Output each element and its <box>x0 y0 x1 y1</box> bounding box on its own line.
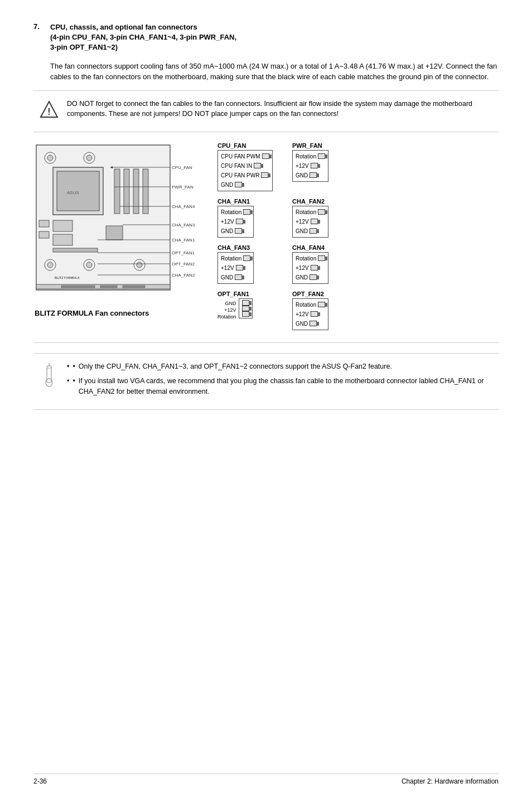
cpu-fan-title: CPU_FAN <box>217 142 279 149</box>
svg-rect-15 <box>53 234 72 245</box>
svg-rect-13 <box>143 169 148 214</box>
svg-rect-23 <box>53 248 98 252</box>
svg-rect-27 <box>123 286 145 288</box>
pin-box <box>242 311 249 317</box>
conn-row-2: CHA_FAN1 Rotation +12V GND CHA_FAN2 Rota… <box>217 198 499 238</box>
note-item-2: • If you install two VGA cards, we recom… <box>67 376 493 397</box>
note-item-1: • Only the CPU_FAN, CHA_FAN1~3, and OPT_… <box>67 361 493 372</box>
pin-box <box>309 228 317 234</box>
svg-text:CPU_FAN: CPU_FAN <box>172 165 192 170</box>
svg-text:OPT_FAN2: OPT_FAN2 <box>172 262 195 267</box>
cha-fan3-title: CHA_FAN3 <box>217 244 279 251</box>
cpu-fan-pins: CPU FAN PWM CPU FAN IN CPU FAN PWR <box>217 150 273 191</box>
diagram-left: ASUS <box>33 142 206 332</box>
pwr-fan-pins: Rotation +12V GND <box>292 150 328 182</box>
footer-chapter: Chapter 2: Hardware information <box>402 777 499 785</box>
conn-row-1: CPU_FAN CPU FAN PWM CPU FAN IN CPU FAN P… <box>217 142 499 191</box>
cha-fan3-connector: CHA_FAN3 Rotation +12V GND <box>217 244 279 284</box>
svg-rect-28 <box>39 220 49 227</box>
cpu-fan-pin-2: CPU FAN IN <box>221 161 269 171</box>
svg-rect-10 <box>114 169 120 214</box>
cha-fan1-pins: Rotation +12V GND <box>217 206 254 238</box>
note-box: • Only the CPU_FAN, CHA_FAN1~3, and OPT_… <box>33 353 499 410</box>
cpu-fan-connector: CPU_FAN CPU FAN PWM CPU FAN IN CPU FAN P… <box>217 142 279 191</box>
diagram-area: ASUS <box>33 142 499 343</box>
svg-text:CHA_FAN4: CHA_FAN4 <box>172 204 195 209</box>
svg-text:OPT_FAN1: OPT_FAN1 <box>172 250 195 255</box>
cha-fan1-title: CHA_FAN1 <box>217 198 279 205</box>
body-text: The fan connectors support cooling fans … <box>50 61 499 83</box>
pin-box <box>309 274 317 280</box>
opt-fan2-connector: OPT_FAN2 Rotation +12V GND <box>292 291 354 330</box>
note-list: • Only the CPU_FAN, CHA_FAN1~3, and OPT_… <box>67 361 493 402</box>
motherboard-diagram: ASUS <box>33 142 195 304</box>
svg-rect-16 <box>106 226 123 240</box>
pin-box <box>318 255 325 261</box>
svg-point-22 <box>137 262 142 268</box>
svg-rect-25 <box>61 286 95 288</box>
section-header: 7. CPU, chassis, and optional fan connec… <box>33 22 499 53</box>
svg-point-18 <box>47 262 53 268</box>
svg-rect-12 <box>133 169 139 214</box>
warning-box: ! DO NOT forget to connect the fan cable… <box>33 90 499 132</box>
pwr-fan-pin-3: GND <box>296 171 325 180</box>
pin-box <box>311 311 318 317</box>
pin-box <box>254 163 261 168</box>
pwr-fan-connector: PWR_FAN Rotation +12V GND <box>292 142 354 191</box>
pin-box <box>242 300 249 306</box>
cha-fan4-pins: Rotation +12V GND <box>292 252 328 284</box>
svg-text:BLITZ FORMULA: BLITZ FORMULA <box>55 276 80 279</box>
pwr-fan-title: PWR_FAN <box>292 142 354 149</box>
cha-fan2-title: CHA_FAN2 <box>292 198 354 205</box>
pin-box <box>311 163 318 168</box>
diagram-label: BLITZ FORMULA Fan connectors <box>35 309 206 317</box>
pin-box <box>318 302 325 307</box>
pin-box <box>318 153 325 159</box>
pin-box <box>311 219 318 224</box>
warning-text: DO NOT forget to connect the fan cables … <box>67 99 493 120</box>
svg-rect-2 <box>36 145 170 290</box>
pin-box <box>309 321 317 326</box>
page: 7. CPU, chassis, and optional fan connec… <box>0 0 532 802</box>
cha-fan3-pins: Rotation +12V GND <box>217 252 254 284</box>
pin-box <box>261 172 268 178</box>
opt-fan2-title: OPT_FAN2 <box>292 291 354 297</box>
cpu-fan-pin-1: CPU FAN PWM <box>221 152 269 161</box>
pin-box <box>235 274 242 280</box>
svg-text:ASUS: ASUS <box>67 190 79 195</box>
note-icon <box>39 361 59 391</box>
opt-fan2-pins: Rotation +12V GND <box>292 298 328 330</box>
svg-point-20 <box>86 262 92 268</box>
pin-box <box>235 228 242 234</box>
cha-fan4-connector: CHA_FAN4 Rotation +12V GND <box>292 244 354 284</box>
svg-rect-14 <box>53 220 72 231</box>
svg-text:CHA_FAN1: CHA_FAN1 <box>172 238 195 243</box>
svg-rect-29 <box>39 231 49 238</box>
cha-fan2-connector: CHA_FAN2 Rotation +12V GND <box>292 198 354 238</box>
conn-row-3: CHA_FAN3 Rotation +12V GND CHA_FAN4 Rota… <box>217 244 499 284</box>
cha-fan2-pins: Rotation +12V GND <box>292 206 328 238</box>
pwr-fan-pin-1: Rotation <box>296 152 325 161</box>
pin-box <box>243 255 250 261</box>
section-number: 7. <box>33 22 50 31</box>
cpu-fan-pin-3: CPU FAN PWR <box>221 171 269 180</box>
svg-rect-11 <box>124 169 129 214</box>
warning-icon: ! <box>39 100 59 124</box>
pin-box <box>311 265 318 270</box>
pin-box <box>262 153 269 159</box>
svg-rect-26 <box>100 286 117 288</box>
svg-text:CHA_FAN2: CHA_FAN2 <box>172 273 195 278</box>
pwr-fan-pin-2: +12V <box>296 161 325 171</box>
pin-box <box>235 182 242 187</box>
footer-page: 2-36 <box>33 777 47 785</box>
pin-box <box>236 219 243 224</box>
cha-fan1-connector: CHA_FAN1 Rotation +12V GND <box>217 198 279 238</box>
svg-point-4 <box>47 155 53 161</box>
svg-text:CHA_FAN3: CHA_FAN3 <box>172 223 195 228</box>
pin-box <box>243 209 250 215</box>
cpu-fan-pin-4: GND <box>221 180 269 190</box>
footer: 2-36 Chapter 2: Hardware information <box>33 774 499 785</box>
svg-text:!: ! <box>47 107 50 117</box>
conn-row-4: OPT_FAN1 GND +12V Rotation <box>217 291 499 330</box>
svg-point-6 <box>86 155 92 161</box>
